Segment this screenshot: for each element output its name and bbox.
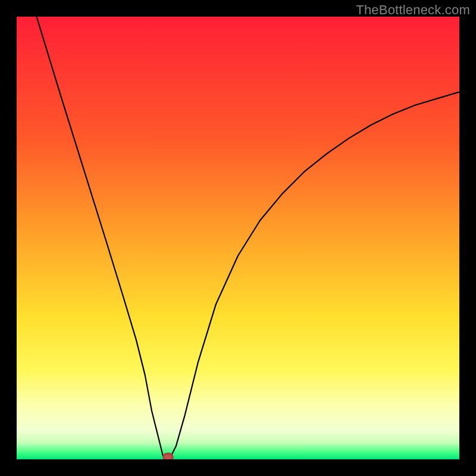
watermark-text: TheBottleneck.com <box>356 2 470 18</box>
minimum-marker <box>164 453 173 459</box>
gradient-svg <box>17 17 459 459</box>
chart-frame: TheBottleneck.com <box>0 0 476 476</box>
gradient-background <box>17 17 459 459</box>
plot-area <box>17 17 459 459</box>
